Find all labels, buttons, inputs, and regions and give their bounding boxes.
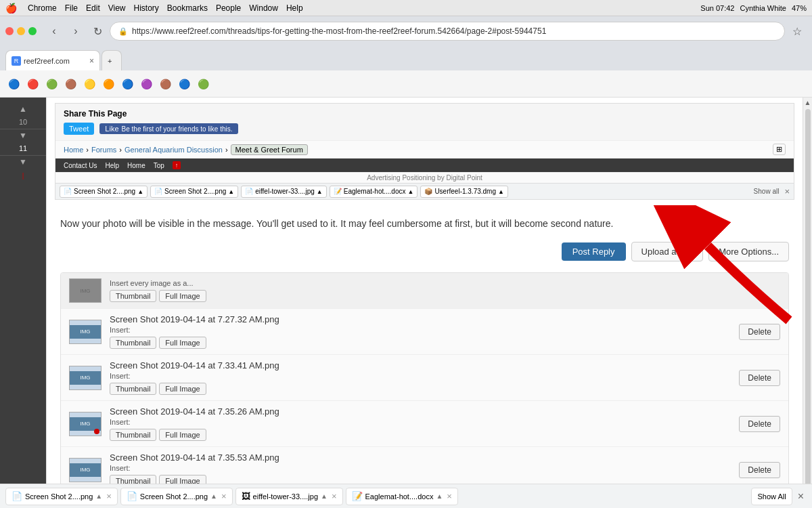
bc-home[interactable]: Home (64, 146, 83, 154)
bottom-dl-close-0[interactable]: × (106, 491, 112, 501)
menu-view[interactable]: View (108, 3, 126, 13)
post-reply-button[interactable]: Post Reply (562, 242, 626, 261)
new-tab-icon: + (108, 57, 112, 65)
file-thumb-2: IMG (69, 412, 102, 436)
file-insert-0: Insert: (110, 326, 731, 334)
show-all-button[interactable]: Show All (751, 488, 792, 505)
expand-10[interactable]: ▼ (19, 129, 27, 142)
address-bar[interactable]: 🔒 https://www.reef2reef.com/threads/tips… (110, 22, 785, 41)
bc-sep-3: › (225, 146, 228, 154)
tab-favicon: R (12, 56, 21, 66)
bottom-dl-close-1[interactable]: × (221, 491, 227, 501)
header-insert-label: Insert every image as a... (110, 279, 780, 287)
fullimg-btn-2[interactable]: Full Image (159, 429, 206, 441)
ext-icon-6[interactable]: 🟠 (100, 76, 116, 92)
file-name-1: Screen Shot 2019-04-14 at 7.33.41 AM.png (110, 360, 731, 371)
bottom-dl-chevron-2: ▲ (321, 492, 328, 500)
bottom-dl-item-0[interactable]: 📄 Screen Shot 2....png ▲ × (5, 488, 118, 505)
delete-btn-1[interactable]: Delete (739, 370, 780, 386)
ext-icon-4[interactable]: 🟤 (62, 76, 78, 92)
ext-icon-8[interactable]: 🟣 (138, 76, 154, 92)
file-thumb-1: IMG (69, 366, 102, 390)
ext-icon-9[interactable]: 🟤 (157, 76, 173, 92)
footer-top[interactable]: Top (154, 162, 164, 169)
bookmark-button[interactable]: ☆ (788, 22, 807, 41)
dl-preview-item-1[interactable]: 📄 Screen Shot 2....png ▲ (60, 186, 148, 198)
close-download-bar-button[interactable]: × (795, 490, 807, 503)
scroll-thumb[interactable] (805, 109, 811, 496)
footer-home[interactable]: Home (127, 162, 145, 169)
scrollbar[interactable]: ▲ ▼ (803, 98, 812, 508)
forward-button[interactable]: › (66, 22, 85, 41)
bottom-dl-chevron-0: ▲ (95, 492, 102, 500)
thumb-btn-2[interactable]: Thumbnail (110, 429, 156, 441)
show-all-preview[interactable]: Show all (754, 188, 780, 195)
thumb-btn-0[interactable]: Thumbnail (110, 337, 156, 349)
header-fullimage-btn[interactable]: Full Image (159, 290, 206, 302)
menu-window[interactable]: Window (249, 3, 278, 13)
bottom-dl-close-2[interactable]: × (332, 491, 337, 501)
close-window-button[interactable] (5, 27, 14, 35)
fullscreen-window-button[interactable] (28, 27, 37, 35)
header-thumbnail-btn[interactable]: Thumbnail (110, 290, 156, 302)
ext-icon-7[interactable]: 🔵 (119, 76, 135, 92)
file-list: IMG Insert every image as a... Thumbnail… (60, 272, 789, 508)
preview-expand-button[interactable]: ⊞ (773, 144, 786, 155)
bottom-dl-close-3[interactable]: × (447, 491, 452, 501)
minimize-window-button[interactable] (17, 27, 25, 35)
new-tab[interactable]: + (102, 50, 122, 70)
bottom-dl-item-3[interactable]: 📝 Eaglemat-hot....docx ▲ × (346, 488, 458, 505)
menu-history[interactable]: History (134, 3, 159, 13)
expand-11[interactable]: ▼ (19, 156, 27, 168)
scroll-up-btn[interactable]: ▲ (805, 99, 811, 106)
bottom-dl-item-1[interactable]: 📄 Screen Shot 2....png ▲ × (120, 488, 233, 505)
dl-preview-item-5[interactable]: 📦 Userfeel-1.3.73.dmg ▲ (420, 186, 508, 198)
dl-preview-item-3[interactable]: 📄 eiffel-tower-33....jpg ▲ (241, 186, 327, 198)
more-options-button[interactable]: More Options... (708, 242, 789, 261)
expand-arrow-up[interactable]: ▲ (19, 103, 27, 115)
dl-preview-item-2[interactable]: 📄 Screen Shot 2....png ▲ (150, 186, 238, 198)
content-paragraph: Now your photo will be visible in the me… (60, 216, 789, 231)
traffic-lights (5, 27, 37, 35)
menubar-right: Sun 07:42 Cynthia White 47% (700, 4, 807, 12)
fullimg-btn-0[interactable]: Full Image (159, 337, 206, 349)
tab-close-button[interactable]: × (89, 56, 94, 66)
menu-edit[interactable]: Edit (86, 3, 100, 13)
menu-people[interactable]: People (216, 3, 241, 13)
footer-top-badge: ↑ (173, 161, 181, 169)
menu-help[interactable]: Help (286, 3, 303, 13)
dl-p2-label: Screen Shot 2....png (164, 188, 226, 195)
footer-contact[interactable]: Contact Us (64, 162, 97, 169)
fullimg-btn-1[interactable]: Full Image (159, 383, 206, 395)
ext-icon-5[interactable]: 🟡 (81, 76, 97, 92)
bottom-dl-item-2[interactable]: 🖼 eiffel-tower-33....jpg ▲ × (235, 488, 343, 505)
delete-btn-2[interactable]: Delete (739, 416, 780, 432)
menu-bookmarks[interactable]: Bookmarks (167, 3, 208, 13)
bc-forums[interactable]: Forums (91, 146, 116, 154)
close-download-preview[interactable]: × (784, 186, 790, 196)
apple-menu[interactable]: 🍎 (5, 3, 17, 14)
delete-btn-0[interactable]: Delete (739, 324, 780, 340)
tweet-button-preview[interactable]: Tweet (64, 123, 94, 135)
header-info: Insert every image as a... Thumbnail Ful… (110, 279, 780, 302)
ext-icon-10[interactable]: 🔵 (176, 76, 192, 92)
upload-file-button[interactable]: Upload a File (631, 242, 704, 261)
header-file-btns: Thumbnail Full Image (110, 290, 780, 302)
bc-general[interactable]: General Aquarium Discussion (125, 146, 223, 154)
delete-btn-3[interactable]: Delete (739, 462, 780, 478)
fb-like-preview[interactable]: Like Be the first of your friends to lik… (99, 123, 238, 134)
menu-chrome[interactable]: Chrome (28, 3, 57, 13)
ext-icon-1[interactable]: 🔵 (5, 76, 22, 92)
active-tab[interactable]: R reef2reef.com × (5, 50, 100, 70)
ext-icon-2[interactable]: 🔴 (24, 76, 41, 92)
footer-help[interactable]: Help (105, 162, 119, 169)
bottom-download-bar: 📄 Screen Shot 2....png ▲ × 📄 Screen Shot… (0, 484, 812, 508)
dl-preview-item-4[interactable]: 📝 Eaglemat-hot....docx ▲ (330, 186, 418, 198)
back-button[interactable]: ‹ (45, 22, 64, 41)
ext-icon-11[interactable]: 🟢 (195, 76, 211, 92)
bottom-dl-label-1: Screen Shot 2....png (140, 492, 208, 501)
menu-file[interactable]: File (65, 3, 78, 13)
thumb-btn-1[interactable]: Thumbnail (110, 383, 156, 395)
reload-button[interactable]: ↻ (88, 22, 107, 41)
ext-icon-3[interactable]: 🟢 (43, 76, 60, 92)
